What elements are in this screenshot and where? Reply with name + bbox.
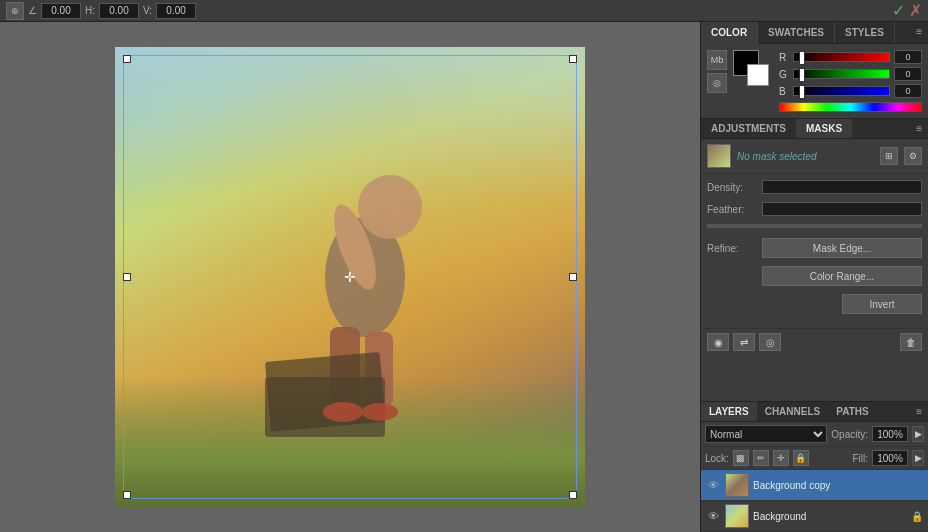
opacity-arrow[interactable]: ▶ (912, 426, 924, 442)
color-panel-menu[interactable]: ≡ (910, 22, 928, 43)
mask-btn-1[interactable]: ⊞ (880, 147, 898, 165)
b-value[interactable] (894, 84, 922, 98)
fill-label: Fill: (852, 453, 868, 464)
handle-top-right[interactable] (569, 55, 577, 63)
fill-input[interactable] (872, 450, 908, 466)
feather-slider-row (707, 224, 922, 228)
density-input[interactable] (762, 180, 922, 194)
mask-btn-2[interactable]: ⚙ (904, 147, 922, 165)
vertical-label: V: (143, 5, 152, 16)
height-input[interactable] (99, 3, 139, 19)
tab-channels[interactable]: CHANNELS (757, 402, 829, 421)
layer-row-background[interactable]: 👁 Background 🔒 (701, 501, 928, 532)
g-thumb[interactable] (799, 68, 805, 82)
layer-thumb-1 (725, 473, 749, 497)
color-range-button[interactable]: Color Range... (762, 266, 922, 286)
r-slider[interactable] (793, 52, 890, 62)
blue-row: B (779, 84, 922, 98)
lock-move-icon[interactable]: ✛ (773, 450, 789, 466)
blend-mode-select[interactable]: Normal (705, 425, 827, 443)
green-row: G (779, 67, 922, 81)
feather-slider[interactable] (707, 224, 922, 228)
mask-icon-btn-1[interactable]: ◉ (707, 333, 729, 351)
handle-mid-left[interactable] (123, 273, 131, 281)
tab-swatches[interactable]: SWATCHES (758, 22, 835, 43)
layers-section: LAYERS CHANNELS PATHS ≡ Normal Opacity: … (701, 401, 928, 532)
opacity-input[interactable] (872, 426, 908, 442)
mask-icon-btn-2[interactable]: ⇄ (733, 333, 755, 351)
spectrum-bar[interactable] (779, 102, 922, 112)
background-swatch[interactable] (747, 64, 769, 86)
main-area: ✛ COLOR SWATCHES STYLES ≡ Mb ◎ (0, 22, 928, 532)
crosshair: ✛ (342, 269, 358, 285)
b-slider[interactable] (793, 86, 890, 96)
r-thumb[interactable] (799, 51, 805, 65)
feather-row: Feather: (707, 202, 922, 216)
mask-trash-button[interactable]: 🗑 (900, 333, 922, 351)
tab-paths[interactable]: PATHS (828, 402, 876, 421)
masks-bottom-icons: ◉ ⇄ ◎ 🗑 (701, 328, 928, 355)
refine-row: Refine: Mask Edge... (707, 238, 922, 258)
eyedropper-button[interactable]: ◎ (707, 73, 727, 93)
color-panel-tabs: COLOR SWATCHES STYLES ≡ (701, 22, 928, 44)
mask-header: No mask selected ⊞ ⚙ (701, 139, 928, 174)
r-value[interactable] (894, 50, 922, 64)
handle-mid-right[interactable] (569, 273, 577, 281)
layer-visibility-1[interactable]: 👁 (705, 477, 721, 493)
invert-row: Invert (707, 294, 922, 314)
color-swatch-row: Mb ◎ R G (707, 50, 922, 112)
red-row: R (779, 50, 922, 64)
masks-panel-menu[interactable]: ≡ (910, 119, 928, 138)
fill-arrow[interactable]: ▶ (912, 450, 924, 466)
mask-edge-button[interactable]: Mask Edge... (762, 238, 922, 258)
tab-styles[interactable]: STYLES (835, 22, 895, 43)
color-sliders: R G B (779, 50, 922, 112)
mask-thumbnail (707, 144, 731, 168)
opacity-label: Opacity: (831, 429, 868, 440)
angle-input[interactable] (41, 3, 81, 19)
vertical-input[interactable] (156, 3, 196, 19)
layers-controls: Normal Opacity: ▶ (701, 422, 928, 447)
cancel-icon[interactable]: ✗ (909, 1, 922, 20)
g-value[interactable] (894, 67, 922, 81)
swatch-container (733, 50, 773, 92)
canvas-area[interactable]: ✛ (0, 22, 700, 532)
g-label: G (779, 69, 789, 80)
top-toolbar: ⊕ ∠ H: V: ✓ ✗ (0, 0, 928, 22)
lock-transparency-icon[interactable]: ▩ (733, 450, 749, 466)
handle-bottom-left[interactable] (123, 491, 131, 499)
b-thumb[interactable] (799, 85, 805, 99)
confirm-icon[interactable]: ✓ (892, 1, 905, 20)
handle-top-left[interactable] (123, 55, 131, 63)
layer-thumb-2 (725, 504, 749, 528)
layers-tabs: LAYERS CHANNELS PATHS ≡ (701, 402, 928, 422)
tab-color[interactable]: COLOR (701, 22, 758, 44)
invert-button[interactable]: Invert (842, 294, 922, 314)
lock-paint-icon[interactable]: ✏ (753, 450, 769, 466)
tab-adjustments[interactable]: ADJUSTMENTS (701, 119, 796, 138)
feather-input[interactable] (762, 202, 922, 216)
no-mask-label: No mask selected (737, 151, 874, 162)
density-label: Density: (707, 182, 762, 193)
lock-all-icon[interactable]: 🔒 (793, 450, 809, 466)
layer-visibility-2[interactable]: 👁 (705, 508, 721, 524)
mb-button[interactable]: Mb (707, 50, 727, 70)
tab-masks[interactable]: MASKS (796, 119, 852, 138)
layer-lock-icon: 🔒 (910, 509, 924, 523)
masks-section: No mask selected ⊞ ⚙ Density: Feather: R… (701, 139, 928, 401)
layer-row-background-copy[interactable]: 👁 Background copy (701, 470, 928, 501)
layer-name-1: Background copy (753, 480, 924, 491)
feather-label: Feather: (707, 204, 762, 215)
color-section: Mb ◎ R G (701, 44, 928, 119)
lock-label: Lock: (705, 453, 729, 464)
handle-bottom-right[interactable] (569, 491, 577, 499)
g-slider[interactable] (793, 69, 890, 79)
mask-icon-btn-3[interactable]: ◎ (759, 333, 781, 351)
masks-controls: Density: Feather: Refine: Mask Edge... C… (701, 174, 928, 328)
color-range-row: Color Range... (707, 266, 922, 286)
canvas-container: ✛ (115, 47, 585, 507)
right-panel: COLOR SWATCHES STYLES ≡ Mb ◎ R (700, 22, 928, 532)
angle-icon: ∠ (28, 5, 37, 16)
tab-layers[interactable]: LAYERS (701, 402, 757, 421)
layers-panel-menu[interactable]: ≡ (910, 402, 928, 421)
